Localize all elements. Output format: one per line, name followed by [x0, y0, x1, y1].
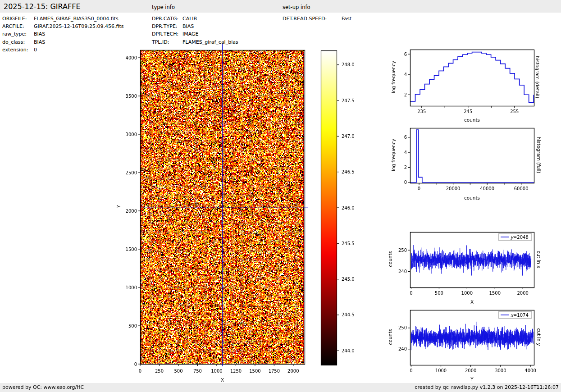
x-tick-label: 0	[410, 291, 412, 296]
y-tick-label: 6	[404, 135, 407, 140]
x-tick-label: 1500	[489, 291, 501, 296]
cut-y-xlabel: Y	[410, 376, 534, 382]
hist-detail-frame	[410, 50, 534, 106]
hist-full-right-label: histogram (full)	[536, 132, 542, 178]
cut-x-xlabel: X	[410, 299, 534, 305]
y-tick-label: 1500	[126, 247, 137, 252]
footer-powered-by: powered by QC: www.eso.org/HC	[2, 384, 84, 390]
cut-x-curve	[411, 245, 531, 276]
y-tick-label: 250	[398, 248, 407, 253]
x-tick-label: 1750	[269, 369, 280, 374]
hist-full-xlabel: counts	[410, 195, 534, 201]
crosshair	[141, 44, 308, 366]
x-tick-label: 3000	[495, 368, 506, 373]
cut-y-right-label: cut in y	[536, 324, 542, 351]
x-tick-label: 235	[417, 109, 426, 114]
x-tick-label: 4000	[525, 368, 536, 373]
y-tick-label: 2	[404, 92, 407, 97]
y-tick-label: 3000	[126, 132, 137, 137]
x-tick-label: 1000	[211, 369, 222, 374]
cut-y-curve	[411, 322, 533, 350]
x-tick-label: 0	[139, 369, 141, 374]
hist-detail-xlabel: counts	[410, 117, 534, 123]
hist-detail-ylabel: log frequency	[391, 59, 396, 95]
footer-bar: powered by QC: www.eso.org/HC created by…	[0, 383, 561, 392]
x-tick-label: 1500	[249, 369, 260, 374]
y-tick-label: 6	[404, 52, 407, 57]
cut-x-legend-label: y=2048	[511, 235, 529, 240]
x-tick-label: 0	[418, 186, 420, 191]
main-yaxis-label: Y	[116, 202, 121, 211]
colorbar-tick-label: 245.0	[342, 277, 355, 282]
x-tick-label: 1000	[435, 368, 447, 373]
cut-y-ylabel: counts	[388, 324, 393, 351]
hist-full-frame	[410, 128, 534, 183]
x-tick-label: 1250	[230, 369, 242, 374]
x-tick-label: 20000	[446, 186, 461, 191]
y-tick-label: 500	[128, 324, 137, 328]
x-tick-label: 500	[435, 291, 443, 296]
y-tick-label: 2500	[126, 170, 137, 175]
colorbar-tick-label: 248.0	[342, 62, 355, 67]
y-tick-label: 4	[404, 150, 407, 155]
x-tick-label: 2000	[517, 291, 528, 296]
cut-x-ylabel: counts	[388, 246, 393, 273]
y-tick-label: 250	[398, 325, 407, 330]
x-tick-label: 750	[193, 369, 202, 374]
y-tick-label: 3500	[126, 94, 137, 99]
y-tick-label: 0	[134, 362, 137, 367]
colorbar-tick-label: 246.0	[342, 205, 355, 210]
footer-created-by: created by qc_rawdisp.py v1.2.3 on 2025-…	[415, 384, 559, 390]
y-tick-label: 4000	[126, 55, 137, 60]
cut-y-legend-label: x=1074	[511, 313, 529, 318]
x-tick-label: 250	[155, 369, 164, 374]
hist-detail-curve	[410, 52, 534, 102]
colorbar-tick-label: 247.5	[342, 98, 355, 103]
y-tick-label: 0	[404, 180, 407, 185]
y-tick-label: 1000	[126, 285, 137, 290]
cut-x-legend: y=2048	[498, 233, 532, 241]
colorbar-tick-label: 245.5	[342, 241, 355, 246]
colorbar-tick-label: 244.5	[342, 312, 355, 317]
x-tick-label: 40000	[480, 186, 494, 191]
x-tick-label: 1000	[461, 291, 473, 296]
y-tick-label: 2000	[126, 209, 137, 214]
cut-y-legend: x=1074	[498, 311, 532, 319]
colorbar-tick-label: 247.0	[342, 134, 355, 139]
x-tick-label: 60000	[514, 186, 529, 191]
x-tick-label: 0	[410, 368, 412, 373]
y-tick-label: 2	[404, 165, 407, 170]
y-tick-label: 240	[398, 269, 407, 274]
y-tick-label: 4	[404, 72, 407, 77]
hist-full-ylabel: log frequency	[391, 132, 396, 178]
colorbar-gradient	[321, 50, 337, 365]
main-xaxis-label: X	[140, 377, 305, 383]
cut-x-right-label: cut in x	[536, 246, 542, 273]
y-tick-label: 240	[398, 346, 407, 351]
x-tick-label: 255	[510, 109, 519, 114]
colorbar-tick-label: 244.0	[342, 348, 355, 353]
x-tick-label: 245	[464, 109, 472, 114]
hist-detail-right-label: histogram (detail)	[535, 50, 540, 104]
x-tick-label: 2000	[465, 368, 476, 373]
x-tick-label: 2000	[287, 369, 299, 374]
x-tick-label: 500	[174, 369, 182, 374]
colorbar-tick-label: 246.5	[342, 169, 355, 174]
hist-full-curve	[410, 130, 534, 182]
